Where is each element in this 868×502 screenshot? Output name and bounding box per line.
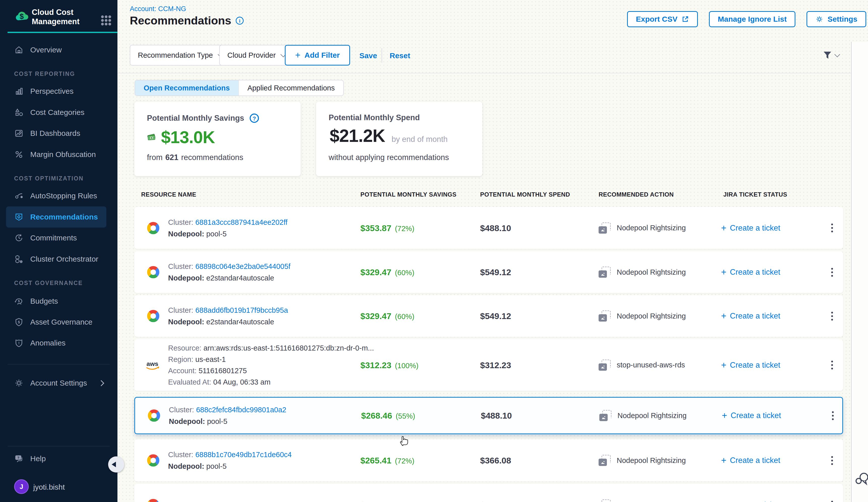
svg-text:$: $ — [18, 299, 20, 303]
export-csv-label: Export CSV — [636, 15, 678, 23]
row-menu-button[interactable] — [827, 453, 837, 468]
sidebar-item-anomalies[interactable]: ! Anomalies — [0, 332, 117, 354]
sidebar-item-overview[interactable]: Overview — [0, 39, 117, 61]
export-csv-button[interactable]: Export CSV — [627, 11, 698, 27]
sidebar-collapse-button[interactable] — [108, 457, 124, 472]
chevron-right-icon — [98, 380, 104, 386]
row-menu-button[interactable] — [827, 498, 837, 502]
sidebar-item-account-settings[interactable]: Account Settings — [0, 373, 117, 394]
col-potential-monthly-savings: POTENTIAL MONTHLY SAVINGS — [360, 191, 456, 198]
sidebar-item-autostopping-rules[interactable]: AutoStopping Rules — [0, 185, 117, 206]
sidebar-item-margin-obfuscation[interactable]: Margin Obfuscation — [0, 144, 117, 165]
user-avatar[interactable]: J — [14, 479, 29, 494]
savings-count: 621 — [165, 153, 178, 162]
table-row[interactable]: Cluster: 6886e92f59a48cad86b5b1c6 $244.0… — [134, 484, 843, 502]
cluster-link[interactable]: 688add6fb019b17f9bccb95a — [195, 306, 288, 314]
row-menu-button[interactable] — [827, 358, 837, 372]
resource-label: Resource: — [168, 344, 202, 352]
create-ticket-link[interactable]: +Create a ticket — [721, 360, 780, 370]
plus-icon: + — [295, 51, 300, 60]
col-jira-ticket-status: JIRA TICKET STATUS — [723, 191, 787, 198]
table-row[interactable]: Cluster: 6881a3ccc887941a4ee202ff Nodepo… — [134, 207, 843, 249]
settings-label: Settings — [827, 15, 857, 23]
nodepool-value: pool-5 — [206, 462, 227, 470]
spend-card-title: Potential Monthly Spend — [329, 113, 420, 122]
money-icon: $ — [146, 132, 157, 142]
row-menu-button[interactable] — [827, 309, 837, 323]
cluster-link[interactable]: 6886e92f59a48cad86b5b1c6 — [195, 501, 290, 502]
support-chat-icon[interactable] — [854, 472, 868, 487]
potential-monthly-spend-card: Potential Monthly Spend $21.2K by end of… — [316, 102, 482, 176]
plus-icon: + — [721, 456, 726, 465]
breadcrumb-account[interactable]: Account: CCM-NG — [130, 5, 186, 13]
savings-percent: (72%) — [395, 457, 414, 465]
vertical-scrollbar[interactable] — [851, 42, 868, 502]
table-row-selected[interactable]: Cluster: 688c2fefc84fbdc99801a0a2 Nodepo… — [134, 397, 843, 434]
recommendations-table: Cluster: 6881a3ccc887941a4ee202ff Nodepo… — [134, 207, 843, 502]
plus-icon: + — [721, 223, 726, 233]
cluster-link[interactable]: 688c2fefc84fbdc99801a0a2 — [196, 406, 286, 414]
create-ticket-link[interactable]: +Create a ticket — [721, 268, 780, 277]
action-label: Nodepool Rightsizing — [617, 224, 686, 232]
save-filter-link[interactable]: Save — [359, 51, 377, 60]
sidebar-item-cost-categories[interactable]: Cost Categories — [0, 102, 117, 123]
cluster-link[interactable]: 6888b1c70e49db17c1de60c4 — [195, 451, 292, 459]
nodepool-label: Nodepool: — [168, 274, 204, 282]
create-ticket-link[interactable]: +Create a ticket — [722, 411, 781, 420]
row-menu-button[interactable] — [827, 265, 837, 279]
sidebar-item-commitments[interactable]: Commitments — [0, 227, 117, 249]
user-name[interactable]: jyoti.bisht — [33, 483, 65, 491]
filter-provider-label: Cloud Provider — [227, 51, 276, 60]
sidebar-item-cluster-orchestrator[interactable]: Cluster Orchestrator — [0, 249, 117, 270]
aws-icon: aws — [145, 359, 162, 371]
create-ticket-link[interactable]: +Create a ticket — [721, 312, 780, 321]
cluster-link[interactable]: 6881a3ccc887941a4ee202ff — [195, 218, 288, 226]
sidebar-item-label: Help — [30, 454, 46, 463]
sidebar-item-label: BI Dashboards — [30, 129, 80, 138]
sidebar-item-help[interactable]: ? Help — [0, 448, 117, 469]
filter-cloud-provider[interactable]: Cloud Provider — [219, 45, 293, 65]
action-label: Nodepool Rightsizing — [618, 411, 686, 420]
rightsizing-icon — [599, 359, 611, 371]
svg-text:?: ? — [17, 456, 19, 460]
savings-percent: (55%) — [396, 412, 415, 420]
sidebar-item-budgets[interactable]: $ Budgets — [0, 291, 117, 312]
table-row[interactable]: Cluster: 688add6fb019b17f9bccb95a Nodepo… — [134, 295, 843, 337]
tab-applied-recommendations[interactable]: Applied Recommendations — [238, 80, 343, 95]
question-icon[interactable]: ? — [249, 113, 259, 123]
tab-open-recommendations[interactable]: Open Recommendations — [135, 80, 238, 95]
create-ticket-link[interactable]: +Create a ticket — [721, 456, 780, 465]
sidebar-item-recommendations[interactable]: Recommendations — [6, 206, 106, 228]
cluster-link[interactable]: 68898c064e3e2ba0e544005f — [195, 262, 290, 270]
sidebar-item-asset-governance[interactable]: $ Asset Governance — [0, 312, 117, 333]
settings-button[interactable]: Settings — [806, 11, 866, 27]
sidebar-item-label: Margin Obfuscation — [30, 150, 96, 159]
sidebar-item-label: Anomalies — [30, 339, 65, 347]
row-menu-button[interactable] — [827, 221, 837, 235]
add-filter-button[interactable]: + Add Filter — [285, 45, 350, 65]
app-switcher-icon[interactable] — [99, 13, 113, 28]
manage-ignore-list-button[interactable]: Manage Ignore List — [709, 11, 795, 27]
row-menu-button[interactable] — [828, 408, 838, 422]
create-ticket-link[interactable]: +Create a ticket — [721, 223, 780, 233]
evaluated-at-value: 04 Aug, 06:33 am — [213, 378, 270, 386]
svg-text:!: ! — [18, 341, 19, 345]
plus-icon: + — [721, 501, 726, 502]
table-row[interactable]: Cluster: 68898c064e3e2ba0e544005f Nodepo… — [134, 251, 843, 293]
shield-dollar-icon: $ — [14, 317, 24, 327]
sidebar-item-bi-dashboards[interactable]: BI Dashboards — [0, 123, 117, 144]
bar-chart-icon — [14, 86, 24, 96]
sidebar-item-perspectives[interactable]: Perspectives — [0, 81, 117, 102]
savings-amount: $353.87 — [360, 223, 391, 233]
create-ticket-link[interactable]: +Create a ticket — [721, 501, 780, 502]
filter-panel-toggle[interactable] — [822, 50, 839, 61]
reset-filter-link[interactable]: Reset — [390, 51, 410, 60]
filter-recommendation-type[interactable]: Recommendation Type — [130, 45, 231, 65]
gcp-icon — [145, 264, 162, 281]
info-icon[interactable]: i — [235, 17, 244, 25]
savings-value: $13.0K — [161, 127, 215, 147]
table-row[interactable]: Cluster: 6888b1c70e49db17c1de60c4 Nodepo… — [134, 439, 843, 482]
nodepool-value: pool-5 — [207, 417, 227, 425]
action-label: Nodepool Rightsizing — [617, 457, 686, 465]
table-row[interactable]: aws Resource: arn:aws:rds:us-east-1:5116… — [134, 339, 843, 391]
